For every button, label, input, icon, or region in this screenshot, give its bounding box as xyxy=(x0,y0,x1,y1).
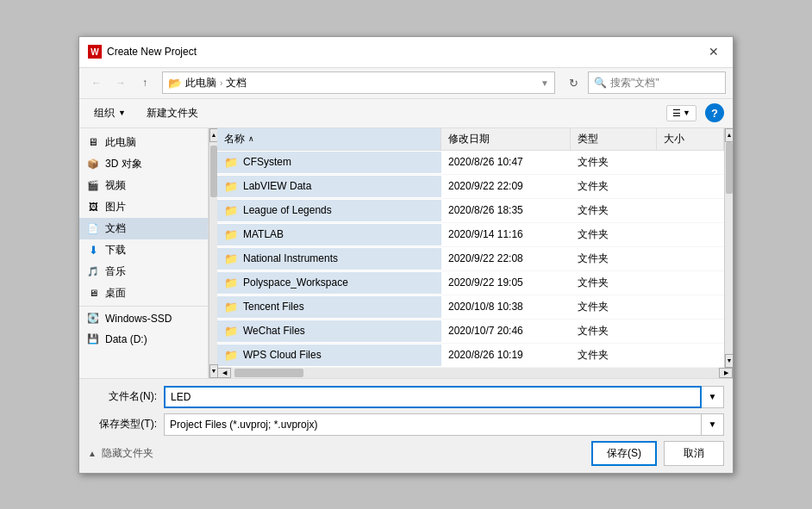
dialog: W Create New Project ✕ ← → ↑ 📂 此电脑 › 文档 … xyxy=(78,36,734,474)
cancel-button[interactable]: 取消 xyxy=(664,441,724,466)
sidebar-item-download[interactable]: ⬇ 下载 xyxy=(79,239,208,261)
header-type[interactable]: 类型 xyxy=(571,128,657,150)
sidebar-scroll-down[interactable]: ▼ xyxy=(209,364,218,378)
doc-icon: 📄 xyxy=(86,221,100,235)
view-icon: ☰ xyxy=(672,108,681,119)
filelist-scroll-down[interactable]: ▼ xyxy=(725,354,733,368)
file-row[interactable]: 📁Polyspace_Workspace 2020/9/22 19:05 文件夹 xyxy=(217,271,724,295)
search-icon: 🔍 xyxy=(594,77,607,89)
folder-icon: 📁 xyxy=(224,276,238,289)
hscroll-thumb[interactable] xyxy=(234,369,303,377)
filelist-scroll-up[interactable]: ▲ xyxy=(725,128,733,142)
view-arrow-icon: ▼ xyxy=(683,109,690,117)
header-date[interactable]: 修改日期 xyxy=(441,128,571,150)
sidebar-item-data-d[interactable]: 💾 Data (D:) xyxy=(79,329,208,350)
folder-icon: 📁 xyxy=(224,228,238,241)
save-button[interactable]: 保存(S) xyxy=(591,441,657,466)
folder-icon: 📁 xyxy=(224,349,238,362)
organize-button[interactable]: 组织 ▼ xyxy=(88,103,132,123)
content-area: 🖥 此电脑 📦 3D 对象 🎬 视频 🖼 图片 📄 文档 xyxy=(79,128,733,378)
folder-icon: 📁 xyxy=(224,325,238,338)
help-button[interactable]: ? xyxy=(705,103,724,122)
sidebar-item-doc[interactable]: 📄 文档 xyxy=(79,218,208,239)
footer-row: 隐藏文件夹 保存(S) 取消 xyxy=(88,441,724,466)
app-icon: W xyxy=(88,45,102,59)
back-button[interactable]: ← xyxy=(86,72,107,93)
filetype-dropdown-arrow[interactable]: ▼ xyxy=(702,413,724,436)
filetype-row: 保存类型(T): Project Files (*.uvproj; *.uvpr… xyxy=(88,413,724,436)
computer-icon: 🖥 xyxy=(86,135,100,149)
sort-arrow-icon: ∧ xyxy=(248,134,254,143)
sidebar-item-desktop[interactable]: 🖥 桌面 xyxy=(79,282,208,304)
file-row[interactable]: 📁WeChat Files 2020/10/7 20:46 文件夹 xyxy=(217,320,724,344)
search-box: 🔍 xyxy=(588,71,726,94)
bottom-area: 文件名(N): ▼ 保存类型(T): Project Files (*.uvpr… xyxy=(79,378,733,473)
desktop-icon: 🖥 xyxy=(86,286,100,300)
header-name[interactable]: 名称 ∧ xyxy=(217,128,441,150)
filename-dropdown-arrow[interactable]: ▼ xyxy=(702,386,724,408)
forward-button[interactable]: → xyxy=(110,72,131,93)
header-size[interactable]: 大小 xyxy=(657,128,724,150)
3d-icon: 📦 xyxy=(86,157,100,171)
breadcrumb: 📂 此电脑 › 文档 ▼ xyxy=(162,71,555,94)
hscroll-left[interactable]: ◀ xyxy=(217,368,231,378)
sidebar-item-music[interactable]: 🎵 音乐 xyxy=(79,261,208,282)
folder-icon: 📁 xyxy=(224,252,238,265)
action-bar: 组织 ▼ 新建文件夹 ☰ ▼ ? xyxy=(79,99,733,128)
filetype-select[interactable]: Project Files (*.uvproj; *.uvprojx) xyxy=(164,413,702,436)
video-icon: 🎬 xyxy=(86,178,100,192)
file-row[interactable]: 📁Tencent Files 2020/10/8 10:38 文件夹 xyxy=(217,295,724,320)
sidebar-scrollbar[interactable]: ▲ ▼ xyxy=(209,128,217,378)
sidebar-item-3d[interactable]: 📦 3D 对象 xyxy=(79,153,208,175)
refresh-button[interactable]: ↻ xyxy=(562,71,584,94)
music-icon: 🎵 xyxy=(86,264,100,278)
sidebar-item-video[interactable]: 🎬 视频 xyxy=(79,175,208,196)
dialog-title: Create New Project xyxy=(107,46,703,58)
file-list-scrollbar[interactable]: ▲ ▼ xyxy=(724,128,733,368)
file-row[interactable]: 📁LabVIEW Data 2020/9/22 22:09 文件夹 xyxy=(217,175,724,199)
filename-label: 文件名(N): xyxy=(88,389,157,404)
filetype-input-wrap: Project Files (*.uvproj; *.uvprojx) ▼ xyxy=(164,413,724,436)
search-input[interactable] xyxy=(610,77,740,89)
up-button[interactable]: ↑ xyxy=(134,72,155,93)
file-row[interactable]: 📁National Instruments 2020/9/22 22:08 文件… xyxy=(217,247,724,271)
windows-ssd-icon: 💽 xyxy=(86,312,100,326)
sidebar-item-windows-ssd[interactable]: 💽 Windows-SSD xyxy=(79,308,208,329)
file-row[interactable]: 📁WPS Cloud Files 2020/8/26 10:19 文件夹 xyxy=(217,344,724,368)
image-icon: 🖼 xyxy=(86,200,100,214)
sidebar-item-image[interactable]: 🖼 图片 xyxy=(79,196,208,218)
organize-arrow-icon: ▼ xyxy=(118,109,126,117)
hscroll-track[interactable] xyxy=(231,368,719,378)
breadcrumb-documents: 文档 xyxy=(226,76,247,90)
address-toolbar: ← → ↑ 📂 此电脑 › 文档 ▼ ↻ 🔍 xyxy=(79,68,733,99)
new-folder-button[interactable]: 新建文件夹 xyxy=(141,103,204,123)
file-row[interactable]: 📁MATLAB 2020/9/14 11:16 文件夹 xyxy=(217,223,724,247)
file-list: 名称 ∧ 修改日期 类型 大小 xyxy=(217,128,724,368)
folder-icon: 📁 xyxy=(224,156,238,169)
breadcrumb-computer: 此电脑 xyxy=(185,76,216,90)
file-list-header: 名称 ∧ 修改日期 类型 大小 xyxy=(217,128,724,151)
data-d-icon: 💾 xyxy=(86,332,100,346)
download-icon: ⬇ xyxy=(86,243,100,257)
sidebar-scroll-thumb[interactable] xyxy=(210,146,217,197)
horizontal-scrollbar[interactable]: ◀ ▶ xyxy=(217,368,733,378)
action-buttons: 保存(S) 取消 xyxy=(591,441,724,466)
filename-input[interactable] xyxy=(164,386,702,408)
sidebar: 🖥 此电脑 📦 3D 对象 🎬 视频 🖼 图片 📄 文档 xyxy=(79,128,209,378)
folder-icon: 📁 xyxy=(224,180,238,193)
filename-input-wrap: ▼ xyxy=(164,386,724,408)
file-row[interactable]: 📁CFSystem 2020/8/26 10:47 文件夹 xyxy=(217,151,724,175)
close-button[interactable]: ✕ xyxy=(703,41,724,62)
folder-icon: 📁 xyxy=(224,204,238,217)
folder-icon: 📁 xyxy=(224,301,238,313)
file-row[interactable]: 📁League of Legends 2020/8/26 18:35 文件夹 xyxy=(217,199,724,223)
filename-row: 文件名(N): ▼ xyxy=(88,386,724,408)
view-button[interactable]: ☰ ▼ xyxy=(666,105,696,121)
hscroll-right[interactable]: ▶ xyxy=(719,368,733,378)
sidebar-item-computer[interactable]: 🖥 此电脑 xyxy=(79,132,208,153)
filetype-label: 保存类型(T): xyxy=(88,417,157,431)
hide-folders-button[interactable]: 隐藏文件夹 xyxy=(88,446,153,461)
title-bar: W Create New Project ✕ xyxy=(79,37,733,68)
filelist-scroll-thumb[interactable] xyxy=(726,142,733,194)
